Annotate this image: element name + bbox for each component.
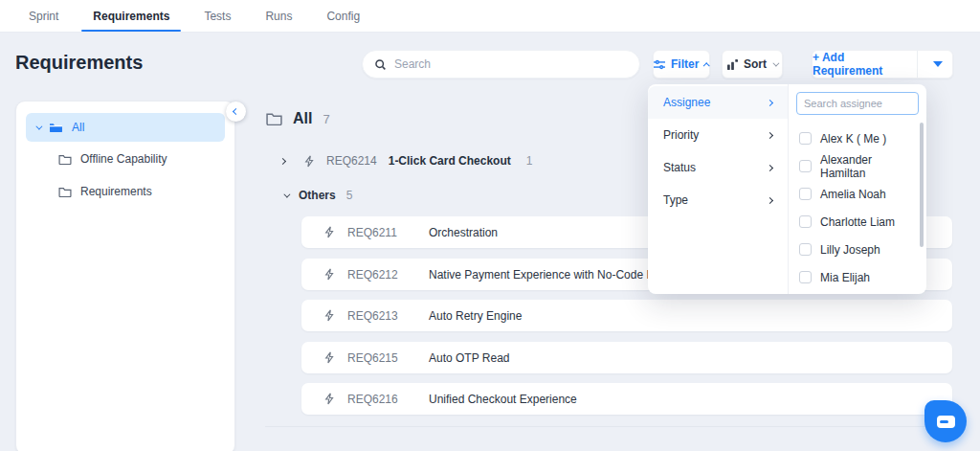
assignee-option-label: Charlotte Liam [820,215,895,229]
filter-menu-item-priority[interactable]: Priority [648,119,788,151]
chevron-right-icon [767,196,773,203]
assignee-option[interactable]: Alex K ( Me ) [796,124,919,152]
filter-menu-item-status[interactable]: Status [648,151,788,184]
filter-item-label: Type [663,193,688,207]
requirement-child-count: 1 [526,154,533,168]
sort-icon [727,59,738,70]
requirement-title: Orchestration [429,226,498,239]
top-tab-bar: Sprint Requirements Tests Runs Config [0,0,980,33]
chat-launcher-button[interactable] [924,400,967,442]
add-requirement-button[interactable]: + Add Requirement [813,51,918,78]
assignee-option[interactable]: Charlotte Liam [796,208,919,236]
chevron-down-icon [283,191,290,197]
content-bottom-divider [265,426,966,427]
filter-dropdown: Assignee Priority Status Type Alex K ( M… [648,84,926,294]
folder-header: All 7 [266,110,330,127]
assignee-list-scrollbar[interactable] [920,123,924,247]
requirement-id: REQ6216 [347,393,403,406]
sidebar-item-offline-capability[interactable]: Offline Capability [26,144,225,174]
requirement-title: Auto Retry Engine [429,309,522,323]
assignee-option-list: Alex K ( Me ) Alexander Hamiltan Amelia … [796,124,919,291]
assignee-option[interactable]: Lilly Joseph [796,236,919,263]
assignee-search-input[interactable] [796,92,919,115]
requirement-id: REQ6211 [347,226,403,239]
requirement-id: REQ6214 [326,154,377,168]
filter-item-label: Status [663,161,696,174]
sidebar-item-requirements[interactable]: Requirements [26,176,225,207]
tab-sprint[interactable]: Sprint [11,0,76,32]
requirement-icon [324,393,335,405]
tab-config[interactable]: Config [309,0,377,32]
checkbox[interactable] [799,243,812,256]
filter-menu-item-type[interactable]: Type [648,184,788,216]
requirement-icon [324,309,335,322]
assignee-option-label: Alex K ( Me ) [820,132,886,146]
requirement-row-req6213[interactable]: REQ6213 Auto Retry Engine [301,300,952,331]
sort-label: Sort [744,57,767,71]
assignee-option-label: Alexander Hamiltan [820,153,919,180]
tab-tests[interactable]: Tests [187,0,248,32]
requirement-icon [324,351,335,364]
group-row-others[interactable]: Others 5 [283,186,352,205]
add-requirement-caret-button[interactable] [924,51,952,78]
checkbox[interactable] [799,132,812,145]
sidebar-item-all[interactable]: All [26,113,225,142]
checkbox[interactable] [799,188,812,200]
requirement-id: REQ6212 [347,268,403,282]
search-icon [374,58,387,71]
tab-runs[interactable]: Runs [248,0,309,32]
requirement-row-req6214[interactable]: REQ6214 1-Click Card Checkout 1 [280,150,532,171]
checkbox[interactable] [799,160,812,172]
filter-item-label: Priority [663,128,699,142]
requirement-id: REQ6213 [347,309,403,323]
assignee-option-label: Lilly Joseph [820,243,880,257]
requirement-icon [304,155,315,168]
folder-sidebar: All Offline Capability Requirements [15,101,235,451]
group-label: Others [299,189,336,202]
chevron-right-icon [767,99,773,105]
caret-down-icon [933,61,943,67]
folder-icon [58,187,72,197]
filter-item-label: Assignee [663,96,710,109]
requirement-icon [324,268,335,281]
chat-icon [937,416,955,428]
chevron-up-icon [703,62,710,69]
chevron-down-icon [772,59,779,66]
assignee-option-label: Mia Elijah [820,271,870,284]
sidebar-collapse-button[interactable] [226,101,246,122]
assignee-option[interactable]: Alexander Hamiltan [796,152,919,180]
chevron-left-icon [233,108,239,115]
folder-icon [266,112,282,125]
chevron-right-icon [279,157,286,164]
search-input[interactable] [394,57,628,71]
add-requirement-split-button: + Add Requirement [812,50,953,79]
folder-count: 7 [323,112,329,126]
requirement-id: REQ6215 [347,351,403,365]
filter-menu-item-assignee[interactable]: Assignee [648,86,788,119]
sidebar-item-label: All [72,121,84,134]
filter-button[interactable]: Filter [653,50,710,79]
requirement-row-req6216[interactable]: REQ6216 Unified Checkout Experience [301,383,952,415]
checkbox[interactable] [799,271,812,283]
filter-label: Filter [671,57,699,71]
chevron-right-icon [767,131,773,138]
checkbox[interactable] [799,215,812,228]
sort-button[interactable]: Sort [722,50,783,79]
assignee-option[interactable]: Mia Elijah [796,263,919,291]
search-bar[interactable] [362,50,640,79]
assignee-submenu: Alex K ( Me ) Alexander Hamiltan Amelia … [788,84,926,294]
assignee-option-label: Amelia Noah [820,188,886,201]
chevron-right-icon [767,164,773,170]
filter-menu: Assignee Priority Status Type [648,84,788,294]
requirement-title: 1-Click Card Checkout [389,154,511,168]
folder-icon [58,154,72,165]
chevron-down-icon [35,123,42,129]
tab-requirements[interactable]: Requirements [76,0,187,32]
requirement-row-req6215[interactable]: REQ6215 Auto OTP Read [301,342,952,373]
folder-open-icon [49,122,63,133]
folder-title: All [293,110,312,127]
assignee-option[interactable]: Amelia Noah [796,180,919,208]
group-count: 5 [346,189,353,202]
requirement-title: Unified Checkout Experience [429,393,577,406]
filter-icon [654,59,665,70]
